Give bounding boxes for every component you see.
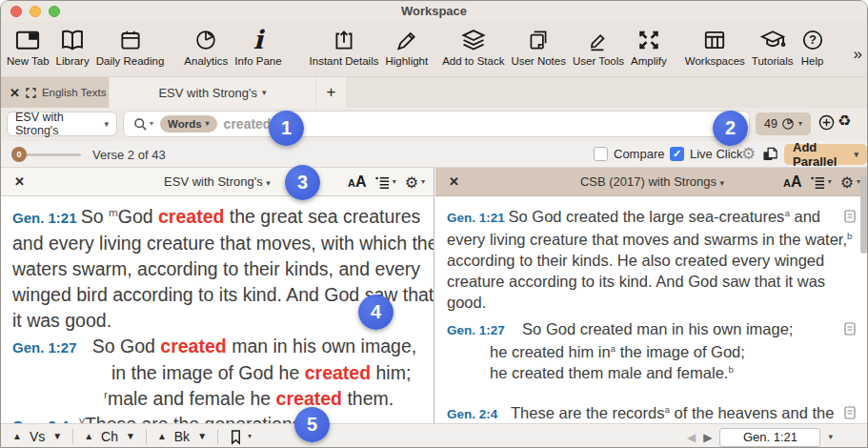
pane-csb-content: Gen. 1:21 So God created the large sea-c…	[435, 196, 868, 423]
compare-checkbox[interactable]	[594, 147, 608, 161]
verse-text: So God	[77, 336, 161, 356]
go-to-reference-box[interactable]: Gen. 1:21	[719, 428, 820, 447]
verse-reference[interactable]: Gen. 2:4	[447, 407, 497, 421]
amplify-arrows-icon	[636, 25, 661, 55]
book-down-icon[interactable]: ▼	[197, 432, 207, 441]
history-back-icon[interactable]: ◀	[687, 431, 696, 444]
translator-note-icon[interactable]	[844, 210, 856, 223]
reference-caret-icon[interactable]: ▾	[828, 433, 833, 441]
toolbar-overflow-chevrons-icon[interactable]: »	[854, 45, 862, 64]
new-tab-icon	[14, 25, 41, 55]
search-history-recycle-icon[interactable]: ♻	[838, 112, 851, 130]
pencil-underline-icon	[586, 25, 611, 55]
verse-text: them.	[342, 388, 394, 409]
verse-line: he created them male and female.b	[447, 362, 868, 383]
toolbar-item-user-tools[interactable]: User Tools	[573, 25, 624, 67]
toolbar-item-info-pane[interactable]: i Info Pane	[234, 25, 281, 67]
compare-control[interactable]: Compare	[594, 147, 664, 161]
verse-down-icon[interactable]: ▼	[52, 432, 62, 441]
active-tab-label: ESV with Strong's	[158, 86, 257, 100]
toolbar-item-workspaces[interactable]: Workspaces	[685, 25, 745, 67]
zone-close-icon[interactable]: ✕	[10, 87, 20, 99]
search-query-text: created	[224, 116, 272, 132]
pane-esv-header: ✕ ESV with Strong's ▾ AA ▾ ⚙ ▾	[1, 168, 434, 196]
text-selector-button[interactable]: ESV with Strong's ▾	[7, 112, 117, 136]
add-parallel-button[interactable]: Add Parallel ▾	[784, 144, 867, 165]
verse-reference[interactable]: Gen. 1:21	[447, 211, 509, 225]
active-tab[interactable]: ESV with Strong's ▾	[110, 77, 315, 108]
outline-menu-button[interactable]: ▾	[375, 175, 396, 190]
live-click-control[interactable]: ✓ Live Click	[670, 147, 743, 161]
toolbar-item-help[interactable]: ? Help	[800, 25, 825, 67]
verse-stepper-label: Vs	[30, 429, 45, 444]
toolbar-item-analytics[interactable]: Analytics	[184, 25, 228, 67]
search-input[interactable]: ▾ Words ▾ created	[123, 111, 750, 137]
live-click-checkbox[interactable]: ✓	[670, 147, 684, 161]
chapter-stepper: ▲ Ch ▼	[84, 429, 135, 444]
translator-note-icon[interactable]	[844, 322, 856, 336]
main-toolbar: New Tab Library Daily Reading Analytics …	[1, 22, 867, 77]
verse-text: These are the records	[497, 404, 664, 421]
verse-line: according to their kinds. He also create…	[447, 250, 868, 271]
chapter-up-icon[interactable]: ▲	[84, 432, 93, 441]
toolbar-item-library[interactable]: Library	[56, 25, 90, 67]
graduation-cap-icon	[759, 25, 786, 55]
text-selector-label: ESV with Strong's	[15, 111, 104, 137]
search-scope-token[interactable]: Words ▾	[160, 115, 217, 132]
verse-text: the image of God;	[616, 343, 745, 360]
chapter-down-icon[interactable]: ▼	[126, 432, 135, 441]
toolbar-item-user-notes[interactable]: User Notes	[511, 25, 566, 67]
calendar-icon	[118, 25, 143, 55]
verse-line: he created him ina the image of God;	[447, 341, 868, 362]
verse-text: male and female he	[108, 388, 276, 409]
instant-details-icon	[332, 25, 356, 55]
outline-icon	[811, 175, 825, 190]
toolbar-item-add-to-stack[interactable]: Add to Stack	[442, 25, 504, 67]
book-up-icon[interactable]: ▲	[157, 432, 167, 441]
translator-note-icon[interactable]	[844, 406, 856, 419]
verse-text	[69, 414, 79, 423]
duplicate-pane-icon[interactable]	[762, 146, 778, 162]
divider	[72, 429, 73, 444]
search-hit: created	[305, 362, 371, 383]
text-size-button[interactable]: AA	[783, 173, 802, 191]
live-click-gear-icon[interactable]: ⚙	[741, 144, 756, 163]
verse-up-icon[interactable]: ▲	[12, 432, 22, 441]
toolbar-item-daily-reading[interactable]: Daily Reading	[96, 25, 165, 67]
tab-dropdown-caret-icon[interactable]: ▾	[262, 89, 267, 97]
toolbar-item-new-tab[interactable]: New Tab	[7, 25, 50, 67]
new-tab-button[interactable]: +	[316, 77, 346, 108]
verse-text: good.	[447, 294, 486, 311]
zone-expand-icon[interactable]	[26, 88, 36, 98]
history-forward-icon[interactable]: ▶	[703, 431, 712, 444]
pane-settings-button[interactable]: ⚙ ▾	[405, 173, 425, 192]
text-size-button[interactable]: AA	[348, 173, 367, 191]
search-icon[interactable]: ▾	[133, 117, 153, 132]
bookmark-button[interactable]: ▾	[229, 429, 252, 445]
verse-reference[interactable]: Gen. 1:27	[12, 339, 77, 356]
verse-text: So God created man in his own image;	[505, 320, 794, 337]
hit-count: 49	[764, 117, 777, 131]
verse-reference[interactable]: Gen. 1:21	[12, 210, 81, 226]
outline-menu-button[interactable]: ▾	[811, 175, 832, 190]
add-search-tab-icon[interactable]	[818, 114, 835, 131]
scrollbar-thumb[interactable]	[860, 175, 867, 254]
context-slider-track[interactable]	[24, 153, 81, 156]
pane-settings-button[interactable]: ⚙ ▾	[840, 173, 860, 192]
workspace-zone-tab[interactable]: ✕ English Texts	[1, 77, 109, 108]
verse-text: So	[81, 206, 109, 227]
toolbar-item-amplify[interactable]: Amplify	[631, 25, 667, 67]
context-slider-handle[interactable]: 0	[11, 147, 27, 162]
verse-reference[interactable]: Gen. 1:27	[447, 323, 505, 337]
verse-text: man in his own image,	[227, 336, 416, 356]
toolbar-item-tutorials[interactable]: Tutorials	[752, 25, 794, 67]
chevron-down-icon: ▾	[104, 120, 109, 129]
verse-text: every living creature that moves and swa…	[447, 231, 847, 248]
hit-count-pill[interactable]: 49 ▾	[756, 112, 811, 135]
toolbar-item-instant-details[interactable]: Instant Details	[310, 25, 379, 67]
annotation-badge-1: 1	[269, 111, 304, 146]
verse-text: he created them male and female.	[490, 364, 728, 381]
toolbar-item-highlight[interactable]: Highlight	[385, 25, 428, 67]
verse-line: and every living creature that moves, wi…	[12, 231, 434, 256]
verse-text: God	[118, 206, 158, 227]
